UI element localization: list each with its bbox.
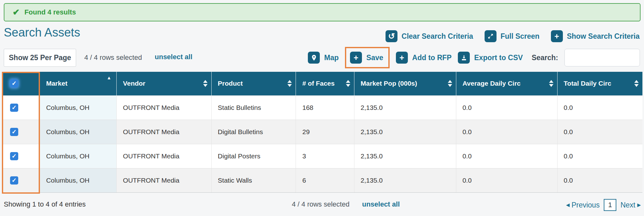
table-row[interactable]: ✓ Columbus, OH OUTFRONT Media Static Bul… bbox=[2, 95, 642, 120]
next-page-button[interactable]: Next ▶ bbox=[620, 201, 641, 209]
results-alert-text: Found 4 results bbox=[25, 8, 76, 16]
table-row[interactable]: ✓ Columbus, OH OUTFRONT Media Static Wal… bbox=[2, 168, 642, 192]
column-header-faces[interactable]: # of Faces bbox=[296, 72, 354, 95]
column-header-vendor[interactable]: Vendor bbox=[117, 72, 211, 95]
row-checkbox[interactable]: ✓ bbox=[10, 152, 18, 160]
pagination: ◀ Previous 1 Next ▶ bbox=[566, 199, 641, 211]
map-pin-icon bbox=[308, 52, 320, 64]
clear-search-criteria-label: Clear Search Criteria bbox=[402, 32, 473, 41]
previous-arrow-icon: ◀ bbox=[566, 202, 570, 208]
cell-market-pop: 2,135.0 bbox=[354, 120, 456, 144]
full-screen-button[interactable]: Full Screen bbox=[485, 30, 540, 42]
cell-product: Digital Posters bbox=[211, 144, 296, 168]
sort-both-icon bbox=[448, 80, 452, 87]
page-size-label: Show 25 Per Page bbox=[9, 54, 71, 62]
sort-asc-icon: ▲ bbox=[107, 75, 111, 80]
export-to-csv-label: Export to CSV bbox=[474, 54, 523, 62]
plus-icon: + bbox=[396, 52, 408, 64]
row-checkbox[interactable]: ✓ bbox=[10, 176, 18, 185]
page-title: Search Assets bbox=[4, 26, 80, 39]
plus-icon: + bbox=[350, 52, 362, 64]
undo-icon: ↺ bbox=[386, 30, 397, 42]
unselect-all-link-top[interactable]: unselect all bbox=[155, 53, 192, 61]
cell-total-daily-circ: 0.0 bbox=[557, 144, 642, 168]
column-header-product[interactable]: Product bbox=[211, 72, 296, 95]
table-header-row: ✓ Market ▲ Vendor Product bbox=[2, 72, 642, 95]
cell-vendor: OUTFRONT Media bbox=[117, 120, 211, 144]
show-search-criteria-label: Show Search Criteria bbox=[567, 32, 640, 41]
full-screen-label: Full Screen bbox=[501, 32, 540, 41]
cell-total-daily-circ: 0.0 bbox=[557, 120, 642, 144]
row-checkbox[interactable]: ✓ bbox=[10, 128, 18, 136]
select-all-checkbox[interactable]: ✓ bbox=[10, 79, 18, 88]
sort-both-icon bbox=[549, 80, 553, 87]
table-toolbar: Map + Save + Add to RFP Export to CSV Se… bbox=[308, 46, 640, 69]
map-button[interactable]: Map bbox=[308, 52, 339, 64]
search-label: Search: bbox=[532, 54, 558, 62]
cell-market-pop: 2,135.0 bbox=[354, 95, 456, 120]
header-actions: ↺ Clear Search Criteria Full Screen + Sh… bbox=[386, 30, 640, 42]
column-header-total-daily-circ[interactable]: Total Daily Circ bbox=[557, 72, 642, 95]
clear-search-criteria-button[interactable]: ↺ Clear Search Criteria bbox=[386, 30, 473, 42]
cell-product: Digital Bulletins bbox=[211, 120, 296, 144]
search-assets-page: ✔ Found 4 results Search Assets ↺ Clear … bbox=[0, 0, 644, 216]
table-row[interactable]: ✓ Columbus, OH OUTFRONT Media Digital Bu… bbox=[2, 120, 642, 144]
cell-total-daily-circ: 0.0 bbox=[557, 168, 642, 192]
rows-selected-count-bottom: 4 / 4 rows selected bbox=[292, 200, 349, 208]
cell-market: Columbus, OH bbox=[40, 95, 116, 120]
save-label: Save bbox=[366, 54, 383, 62]
cell-faces: 6 bbox=[296, 168, 354, 192]
search-input[interactable] bbox=[564, 49, 640, 66]
cell-vendor: OUTFRONT Media bbox=[117, 95, 211, 120]
select-all-header[interactable]: ✓ bbox=[2, 72, 40, 95]
add-to-rfp-button[interactable]: + Add to RFP bbox=[396, 52, 452, 64]
sort-both-icon bbox=[634, 80, 639, 87]
cell-market: Columbus, OH bbox=[40, 168, 116, 192]
results-table: ✓ Market ▲ Vendor Product bbox=[2, 72, 642, 193]
page-number-button[interactable]: 1 bbox=[604, 199, 616, 211]
cell-avg-daily-circ: 0.0 bbox=[456, 95, 557, 120]
column-header-market-pop[interactable]: Market Pop (000s) bbox=[354, 72, 456, 95]
cell-product: Static Walls bbox=[211, 168, 296, 192]
add-to-rfp-label: Add to RFP bbox=[412, 54, 452, 62]
column-header-avg-daily-circ[interactable]: Average Daily Circ bbox=[456, 72, 557, 95]
footer-selection-info: 4 / 4 rows selected unselect all bbox=[292, 200, 400, 208]
cell-total-daily-circ: 0.0 bbox=[557, 95, 642, 120]
cell-market-pop: 2,135.0 bbox=[354, 168, 456, 192]
expand-icon bbox=[485, 30, 497, 42]
cell-avg-daily-circ: 0.0 bbox=[456, 168, 557, 192]
sort-both-icon bbox=[287, 80, 292, 87]
plus-icon: + bbox=[551, 30, 563, 42]
cell-market: Columbus, OH bbox=[40, 144, 116, 168]
save-button[interactable]: + Save bbox=[345, 47, 390, 68]
cell-faces: 168 bbox=[296, 95, 354, 120]
map-label: Map bbox=[324, 54, 339, 62]
column-header-market[interactable]: Market ▲ bbox=[40, 72, 116, 95]
page-size-select[interactable]: Show 25 Per Page bbox=[4, 49, 76, 67]
download-icon bbox=[458, 52, 470, 64]
cell-market-pop: 2,135.0 bbox=[354, 144, 456, 168]
cell-faces: 29 bbox=[296, 120, 354, 144]
previous-page-button[interactable]: ◀ Previous bbox=[566, 201, 600, 209]
results-alert: ✔ Found 4 results bbox=[4, 3, 641, 21]
table-row[interactable]: ✓ Columbus, OH OUTFRONT Media Digital Po… bbox=[2, 144, 642, 168]
unselect-all-link-bottom[interactable]: unselect all bbox=[362, 200, 400, 208]
cell-avg-daily-circ: 0.0 bbox=[456, 144, 557, 168]
cell-product: Static Bulletins bbox=[211, 95, 296, 120]
cell-faces: 3 bbox=[296, 144, 354, 168]
cell-avg-daily-circ: 0.0 bbox=[456, 120, 557, 144]
show-search-criteria-button[interactable]: + Show Search Criteria bbox=[551, 30, 640, 42]
check-icon: ✔ bbox=[13, 8, 20, 17]
cell-vendor: OUTFRONT Media bbox=[117, 168, 211, 192]
sort-both-icon bbox=[203, 80, 208, 87]
row-checkbox[interactable]: ✓ bbox=[10, 104, 18, 112]
sort-both-icon bbox=[346, 80, 350, 87]
entries-summary: Showing 1 to 4 of 4 entries bbox=[4, 200, 86, 208]
cell-market: Columbus, OH bbox=[40, 120, 116, 144]
export-to-csv-button[interactable]: Export to CSV bbox=[458, 52, 523, 64]
rows-selected-count: 4 / 4 rows selected bbox=[84, 54, 142, 62]
cell-vendor: OUTFRONT Media bbox=[117, 144, 211, 168]
next-arrow-icon: ▶ bbox=[637, 202, 641, 208]
